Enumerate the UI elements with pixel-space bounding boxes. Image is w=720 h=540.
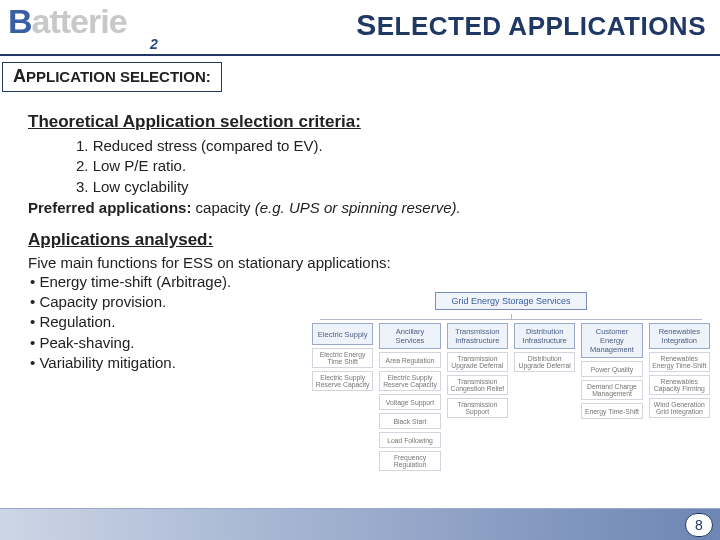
brand-first-letter: B	[8, 2, 32, 40]
diagram-column-head: Ancillary Services	[379, 323, 440, 349]
applications-heading: Applications analysed:	[28, 230, 706, 250]
diagram-leaf: Wind Generation Grid Integration	[649, 398, 710, 418]
applications-intro: Five main functions for ESS on stationar…	[28, 254, 706, 271]
diagram-leaf: Distribution Upgrade Deferral	[514, 352, 575, 372]
diagram-leaf: Renewables Capacity Firming	[649, 375, 710, 395]
tag-lead: A	[13, 66, 26, 86]
brand-logo: Batterie	[8, 2, 127, 41]
diagram-column: Renewables IntegrationRenewables Energy …	[649, 323, 710, 471]
section-tag: APPLICATION SELECTION:	[2, 62, 222, 92]
diagram-leaf: Frequency Regulation	[379, 451, 440, 471]
diagram-leaf: Renewables Energy Time-Shift	[649, 352, 710, 372]
storage-services-diagram: Grid Energy Storage Services Electric Su…	[312, 292, 710, 471]
criteria-list: 1. Reduced stress (compared to EV). 2. L…	[28, 136, 706, 197]
page-number: 8	[685, 513, 713, 537]
list-item: Energy time-shift (Arbitrage).	[30, 272, 706, 292]
criteria-item: 1. Reduced stress (compared to EV).	[76, 136, 706, 156]
preferred-line: Preferred applications: capacity (e.g. U…	[28, 199, 706, 216]
diagram-column: Customer Energy ManagementPower QualityD…	[581, 323, 642, 471]
footer-band	[0, 508, 720, 540]
preferred-text: capacity	[191, 199, 254, 216]
diagram-leaf: Load Following	[379, 432, 440, 448]
diagram-column: Ancillary ServicesArea RegulationElectri…	[379, 323, 440, 471]
diagram-column-head: Electric Supply	[312, 323, 373, 345]
diagram-leaf: Transmission Support	[447, 398, 508, 418]
diagram-column: Electric SupplyElectric Energy Time Shif…	[312, 323, 373, 471]
diagram-leaf: Electric Supply Reserve Capacity	[379, 371, 440, 391]
title-lead: S	[356, 8, 377, 41]
criteria-item: 2. Low P/E ratio.	[76, 156, 706, 176]
diagram-leaf: Electric Supply Reserve Capacity	[312, 371, 373, 391]
diagram-leaf: Black Start	[379, 413, 440, 429]
diagram-leaf: Area Regulation	[379, 352, 440, 368]
diagram-column-head: Distribution Infrastructure	[514, 323, 575, 349]
criteria-heading: Theoretical Application selection criter…	[28, 112, 706, 132]
diagram-leaf: Transmission Congestion Relief	[447, 375, 508, 395]
diagram-leaf: Electric Energy Time Shift	[312, 348, 373, 368]
header-rule	[0, 54, 720, 56]
header: Batterie 2 SELECTED APPLICATIONS	[0, 0, 720, 58]
diagram-column: Transmission InfrastructureTransmission …	[447, 323, 508, 471]
preferred-label: Preferred applications:	[28, 199, 191, 216]
diagram-leaf: Voltage Support	[379, 394, 440, 410]
connector	[320, 319, 702, 320]
diagram-leaf: Power Quality	[581, 361, 642, 377]
preferred-example: (e.g. UPS or spinning reserve).	[255, 199, 461, 216]
page-title: SELECTED APPLICATIONS	[356, 8, 706, 42]
diagram-column-head: Customer Energy Management	[581, 323, 642, 358]
brand-subscript: 2	[150, 36, 158, 52]
diagram-leaf: Transmission Upgrade Deferral	[447, 352, 508, 372]
diagram-column-head: Renewables Integration	[649, 323, 710, 349]
tag-rest: PPLICATION SELECTION:	[26, 68, 211, 85]
title-rest: ELECTED APPLICATIONS	[377, 11, 706, 41]
diagram-column: Distribution InfrastructureDistribution …	[514, 323, 575, 471]
criteria-item: 3. Low cyclability	[76, 177, 706, 197]
brand-rest: atterie	[32, 2, 127, 40]
diagram-column-head: Transmission Infrastructure	[447, 323, 508, 349]
diagram-leaf: Energy Time-Shift	[581, 403, 642, 419]
diagram-leaf: Demand Charge Management	[581, 380, 642, 400]
diagram-root: Grid Energy Storage Services	[435, 292, 587, 310]
